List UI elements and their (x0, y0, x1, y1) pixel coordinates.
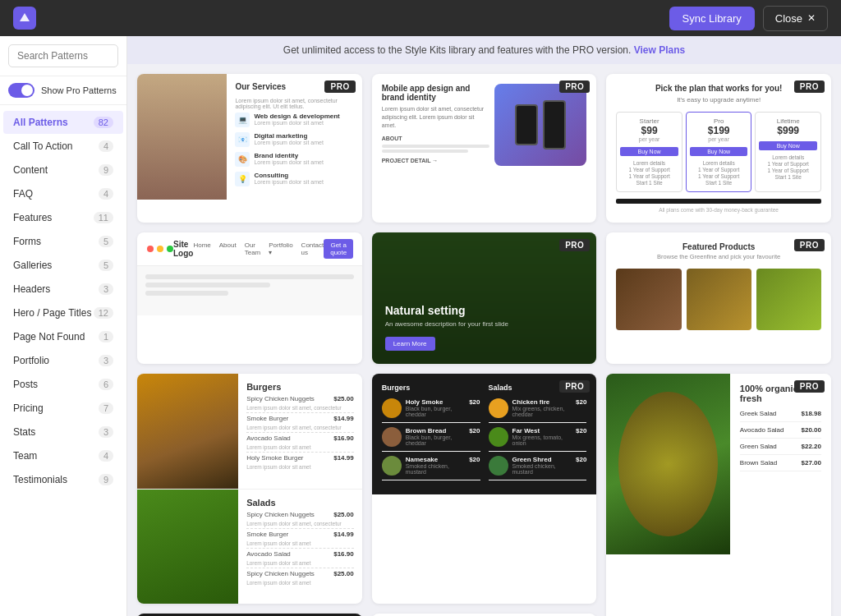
pro-badge: PRO (559, 380, 590, 393)
menu-burger-2: Brown Bread Black bun, burger, cheddar $… (382, 427, 480, 452)
tier-pro-features: Lorem details 1 Year of Support 1 Year o… (690, 160, 748, 186)
show-pro-toggle[interactable] (8, 83, 34, 98)
tier-lifetime-btn[interactable]: Buy Now (759, 141, 817, 150)
nature-learn-more-button[interactable]: Learn More (385, 337, 435, 351)
sidebar-item-headers[interactable]: Headers3 (3, 278, 123, 301)
tier-starter-btn[interactable]: Buy Now (620, 147, 678, 156)
restaurant-card-inner: Burgers Spicy Chicken Nuggets $25.00 Lor… (137, 374, 362, 604)
sidebar-item-call-to-action[interactable]: Call To Action4 (3, 135, 123, 158)
sidebar-item-count: 6 (99, 379, 113, 390)
sidebar-item-posts[interactable]: Posts6 (3, 373, 123, 396)
salad-desc-3: Smoked chicken, mustard (512, 463, 576, 475)
card-header-nav[interactable]: Site Logo Home About Our Team Portfolio … (137, 232, 362, 364)
salad-item-1: Spicy Chicken Nuggets $25.00 Lorem ipsum… (246, 511, 354, 529)
close-button[interactable]: Close ✕ (763, 6, 828, 31)
service-desc-1: Lorem ipsum dolor sit amet (254, 120, 339, 126)
sidebar-item-label: Galleries (13, 260, 52, 271)
nav-link-team: Our Team (245, 241, 261, 256)
burger-price-2: $20 (469, 427, 480, 434)
header-nav-inner: Site Logo Home About Our Team Portfolio … (137, 232, 362, 266)
mobile-line-2 (382, 149, 468, 153)
pro-toggle-label: Show Pro Patterns (41, 85, 117, 95)
pro-badge: PRO (559, 80, 590, 93)
sidebar-item-count: 5 (99, 260, 113, 271)
card-pricing[interactable]: PRO Pick the plan that works for you! It… (606, 74, 831, 223)
pro-badge: PRO (794, 80, 825, 93)
sidebar-item-count: 11 (94, 212, 113, 223)
card-organic[interactable]: PRO 100% organic & fresh Greek Salad $18… (606, 374, 831, 616)
menu-salad-2: Far West Mix greens, tomato, onion $20 (489, 427, 587, 452)
topbar: Sync Library Close ✕ (0, 0, 841, 36)
menu-burger-3: Namesake Smoked chicken, mustard $20 (382, 456, 480, 480)
sidebar-item-count: 3 (99, 426, 113, 438)
pro-badge: PRO (794, 239, 825, 251)
card-mobile-app[interactable]: PRO Mobile app design and brand identity… (372, 74, 597, 223)
burger-desc-3: Smoked chicken, mustard (406, 463, 469, 475)
food-item-3: Avocado Salad $16.90 Lorem ipsum dolor s… (246, 434, 354, 453)
card-featured-products[interactable]: PRO Featured Products Browse the Greenfi… (606, 232, 831, 364)
sidebar-item-content[interactable]: Content9 (3, 159, 123, 182)
service-icon-web: 💻 (235, 113, 250, 127)
card-services[interactable]: PRO Our Services Lorem ipsum dolor sit a… (137, 74, 362, 223)
content-area: Get unlimited access to the Style Kits l… (127, 36, 841, 616)
phone-screen-1 (515, 104, 538, 145)
dot-yellow (157, 246, 163, 252)
sidebar-item-label: Features (13, 212, 52, 223)
nav-cta-button[interactable]: Get a quote (324, 239, 353, 259)
tier-lifetime: Lifetime $999 Buy Now Lorem details 1 Ye… (755, 112, 821, 192)
card-menu-cols[interactable]: PRO Burgers Holy Smoke Black bun, burger… (372, 374, 597, 604)
sidebar-item-page-not-found[interactable]: Page Not Found1 (3, 325, 123, 348)
mobile-screens-visual (494, 84, 586, 166)
sidebar-item-count: 9 (99, 474, 113, 485)
salad-price-3: $20 (576, 456, 586, 463)
salads-content: Salads Spicy Chicken Nuggets $25.00 Lore… (238, 490, 362, 604)
sidebar-item-team[interactable]: Team4 (3, 444, 123, 467)
sync-library-button[interactable]: Sync Library (669, 7, 755, 30)
card-restaurant-food[interactable]: Burgers Spicy Chicken Nuggets $25.00 Lor… (137, 374, 362, 604)
mobile-title: Mobile app design and brand identity (382, 84, 489, 102)
sidebar-item-testimonials[interactable]: Testimonials9 (3, 468, 123, 491)
tier-pro-btn[interactable]: Buy Now (690, 147, 748, 156)
sidebar-item-faq[interactable]: FAQ4 (3, 182, 123, 205)
tier-starter-price: $99 (620, 125, 678, 136)
sidebar-item-count: 4 (99, 140, 113, 152)
sidebar-item-label: Hero / Page Titles (13, 307, 91, 319)
sidebar-item-all-patterns[interactable]: All Patterns82 (3, 111, 123, 134)
salad-price-1: $20 (576, 398, 586, 406)
pro-badge: PRO (324, 80, 355, 93)
service-icon-digital: 📧 (235, 132, 250, 147)
service-name-4: Consulting (254, 172, 323, 179)
sidebar-item-portfolio[interactable]: Portfolio3 (3, 349, 123, 372)
sidebar-item-features[interactable]: Features11 (3, 206, 123, 229)
promo-text: Get unlimited access to the Style Kits l… (283, 44, 632, 56)
card-nature[interactable]: PRO Natural setting An awesome descripti… (372, 232, 597, 364)
sidebar-item-label: Headers (13, 283, 50, 295)
burger-name-2: Brown Bread (406, 427, 469, 434)
salad-image (137, 490, 238, 604)
search-input[interactable] (8, 44, 118, 67)
nav-logo-text: Site Logo (173, 240, 193, 258)
sidebar-item-label: Call To Action (13, 140, 73, 152)
food-circle (618, 392, 717, 536)
service-name-3: Brand identity (254, 152, 323, 159)
salads-layout: Salads Spicy Chicken Nuggets $25.00 Lore… (137, 489, 362, 604)
view-plans-link[interactable]: View Plans (634, 44, 685, 56)
organic-card-inner: 100% organic & fresh Greek Salad $18.98 … (606, 374, 831, 554)
sidebar-item-label: All Patterns (13, 117, 68, 128)
dot-green (167, 246, 173, 252)
sidebar-item-pricing[interactable]: Pricing7 (3, 397, 123, 420)
phone-screen-2 (543, 100, 566, 149)
salad-img (137, 490, 238, 604)
food-item-4: Holy Smoke Burger $14.99 Lorem ipsum dol… (246, 454, 354, 470)
sidebar-item-label: Team (13, 450, 37, 462)
sidebar-item-label: Posts (13, 379, 38, 390)
sidebar-item-forms[interactable]: Forms5 (3, 230, 123, 253)
sidebar-item-stats[interactable]: Stats3 (3, 421, 123, 444)
service-icon-brand: 🎨 (235, 152, 250, 167)
salad-name-1: Chicken fire (512, 398, 576, 406)
sidebar-item-hero-page-titles[interactable]: Hero / Page Titles12 (3, 301, 123, 324)
salad-item-2: Smoke Burger $14.99 Lorem ipsum dolor si… (246, 531, 354, 549)
sidebar-item-count: 82 (94, 117, 113, 128)
sidebar-item-galleries[interactable]: Galleries5 (3, 254, 123, 277)
service-desc-2: Lorem ipsum dolor sit amet (254, 140, 323, 145)
